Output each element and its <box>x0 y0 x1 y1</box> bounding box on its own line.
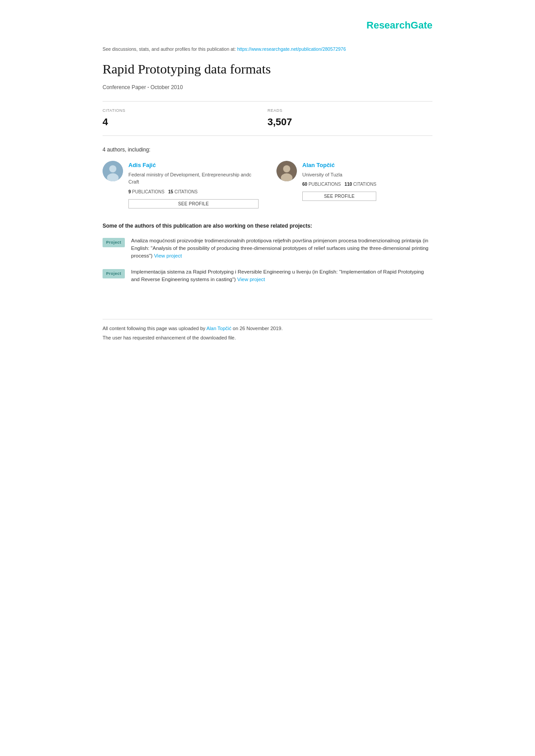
stats-row: CITATIONS 4 READS 3,507 <box>103 108 432 130</box>
project-item-2: Project Implementacija sistema za Rapid … <box>103 268 432 284</box>
view-project-link-1[interactable]: View project <box>154 253 181 258</box>
footer: All content following this page was uplo… <box>103 319 432 341</box>
project-item-1: Project Analiza mogućnosti proizvodnje t… <box>103 237 432 260</box>
svg-point-1 <box>109 165 116 172</box>
brand-logo: ResearchGate <box>366 20 432 31</box>
author-avatar-2 <box>276 161 297 181</box>
citations-block: CITATIONS 4 <box>103 108 268 130</box>
reads-value: 3,507 <box>268 114 432 129</box>
related-projects-heading: Some of the authors of this publication … <box>103 222 432 230</box>
author-stats-2: 60 PUBLICATIONS 110 CITATIONS <box>302 181 376 188</box>
project-text-1: Analiza mogućnosti proizvodnje trodimenz… <box>131 237 432 260</box>
divider-top <box>103 101 432 102</box>
reads-block: READS 3,507 <box>268 108 432 130</box>
project-text-2: Implementacija sistema za Rapid Prototyp… <box>131 268 432 284</box>
authors-heading: 4 authors, including: <box>103 146 432 154</box>
author-affiliation-2: University of Tuzla <box>302 171 376 179</box>
see-profile-button-1[interactable]: SEE PROFILE <box>128 199 259 208</box>
svg-point-4 <box>283 165 290 172</box>
author-name-2[interactable]: Alan Topčić <box>302 161 376 170</box>
author-affiliation-1: Federal ministry of Development, Entrepr… <box>128 171 259 186</box>
author-card-1: Adis Fajić Federal ministry of Developme… <box>103 161 259 208</box>
project-badge-2: Project <box>103 269 125 279</box>
citations-value: 4 <box>103 114 268 129</box>
author-info-1: Adis Fajić Federal ministry of Developme… <box>128 161 259 208</box>
footer-line2: The user has requested enhancement of th… <box>103 334 432 342</box>
author-stats-1: 9 PUBLICATIONS 15 CITATIONS <box>128 188 259 195</box>
top-notice: See discussions, stats, and author profi… <box>103 46 432 53</box>
paper-type: Conference Paper · October 2010 <box>103 83 432 91</box>
view-project-link-2[interactable]: View project <box>237 277 265 282</box>
citations-label: CITATIONS <box>103 108 268 114</box>
reads-label: READS <box>268 108 432 114</box>
footer-uploader-link[interactable]: Alan Topčić <box>206 326 231 331</box>
related-projects-section: Some of the authors of this publication … <box>103 222 432 283</box>
project-badge-1: Project <box>103 238 125 248</box>
footer-line1: All content following this page was uplo… <box>103 325 432 332</box>
author-info-2: Alan Topčić University of Tuzla 60 PUBLI… <box>302 161 376 201</box>
publication-link[interactable]: https://www.researchgate.net/publication… <box>237 46 346 52</box>
header: ResearchGate <box>103 18 432 33</box>
authors-section: 4 authors, including: Adis Fajić Federal… <box>103 146 432 208</box>
authors-grid: Adis Fajić Federal ministry of Developme… <box>103 161 432 208</box>
author-avatar-1 <box>103 161 123 181</box>
page-container: ResearchGate See discussions, stats, and… <box>76 0 459 368</box>
author-card-2: Alan Topčić University of Tuzla 60 PUBLI… <box>276 161 432 208</box>
author-name-1[interactable]: Adis Fajić <box>128 161 259 170</box>
divider-bottom <box>103 135 432 136</box>
paper-title: Rapid Prototyping data formats <box>103 61 432 77</box>
see-profile-button-2[interactable]: SEE PROFILE <box>302 192 376 201</box>
